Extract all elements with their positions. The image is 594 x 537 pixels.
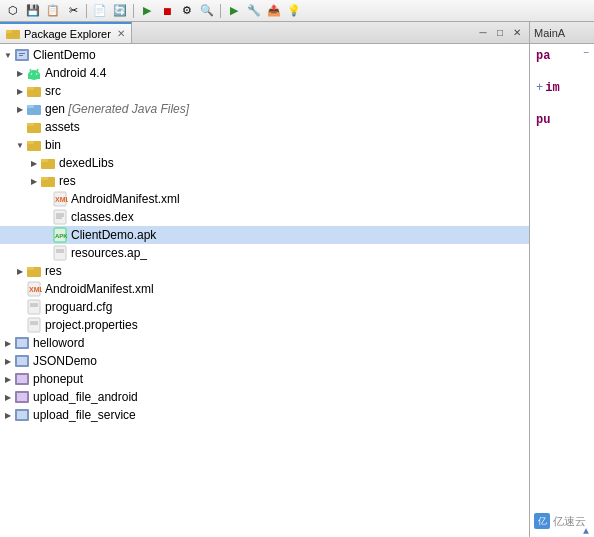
tree-item-bin[interactable]: bin xyxy=(0,136,529,154)
main-layout: Package Explorer ✕ ─ □ ✕ xyxy=(0,22,594,537)
tab-action-maximize[interactable]: □ xyxy=(492,25,508,41)
svg-rect-48 xyxy=(17,357,27,365)
tree-arrow-clientdemo[interactable] xyxy=(2,49,14,61)
tree-item-src[interactable]: src xyxy=(0,82,529,100)
project-icon-phoneput xyxy=(14,371,30,387)
tree-item-clientdemo[interactable]: ClientDemo xyxy=(0,46,529,64)
tab-action-minimize[interactable]: ─ xyxy=(475,25,491,41)
toolbar-btn-debug[interactable]: ▶ xyxy=(225,2,243,20)
tab-bar: Package Explorer ✕ ─ □ ✕ xyxy=(0,22,529,44)
svg-rect-26 xyxy=(54,210,66,224)
tree-item-res[interactable]: res xyxy=(0,262,529,280)
toolbar-btn-build[interactable]: 🔧 xyxy=(245,2,263,20)
editor-tab-bar: MainA xyxy=(530,22,594,44)
tree-label-clientdemo: ClientDemo xyxy=(33,48,96,62)
tree-arrow-src[interactable] xyxy=(14,85,26,97)
toolbar-btn-refresh[interactable]: 🔄 xyxy=(111,2,129,20)
tree-arrow-jsondemo[interactable] xyxy=(2,355,14,367)
tree-arrow-bin[interactable] xyxy=(14,139,26,151)
svg-rect-54 xyxy=(17,411,27,419)
toolbar-sep-1 xyxy=(86,4,87,18)
tree-arrow-upload-file-service[interactable] xyxy=(2,409,14,421)
tree-label-project-props: project.properties xyxy=(45,318,138,332)
tree-item-helloword[interactable]: helloword xyxy=(0,334,529,352)
tree-item-gen[interactable]: gen [Generated Java Files] xyxy=(0,100,529,118)
tree-item-resources-ap[interactable]: resources.ap_ xyxy=(0,244,529,262)
toolbar-btn-export[interactable]: 📤 xyxy=(265,2,283,20)
tree-item-androidmanifest-bin[interactable]: XML AndroidManifest.xml xyxy=(0,190,529,208)
svg-rect-32 xyxy=(54,246,66,260)
tree-arrow-upload-file-android[interactable] xyxy=(2,391,14,403)
toolbar-btn-new[interactable]: 📄 xyxy=(91,2,109,20)
tree-arrow-android44[interactable] xyxy=(14,67,26,79)
tree-item-classes-dex[interactable]: classes.dex xyxy=(0,208,529,226)
tree-item-jsondemo[interactable]: JSONDemo xyxy=(0,352,529,370)
svg-point-11 xyxy=(36,73,38,75)
watermark-icon: 亿 xyxy=(534,513,550,529)
tree-item-upload-file-service[interactable]: upload_file_service xyxy=(0,406,529,424)
svg-rect-36 xyxy=(27,267,34,270)
svg-rect-7 xyxy=(28,74,40,79)
folder-icon-assets xyxy=(26,119,42,135)
package-explorer-tab[interactable]: Package Explorer ✕ xyxy=(0,22,132,43)
svg-rect-13 xyxy=(27,87,34,90)
folder-icon-src xyxy=(26,83,42,99)
svg-text:XML: XML xyxy=(29,286,42,293)
tree-item-res-bin[interactable]: res xyxy=(0,172,529,190)
tree-item-upload-file-android[interactable]: upload_file_android xyxy=(0,388,529,406)
tab-action-close[interactable]: ✕ xyxy=(509,25,525,41)
tree-arrow-res[interactable] xyxy=(14,265,26,277)
tree-label-dexedlibs: dexedLibs xyxy=(59,156,114,170)
package-explorer-tab-close[interactable]: ✕ xyxy=(117,28,125,39)
file-icon-project-props xyxy=(26,317,42,333)
tree-label-assets: assets xyxy=(45,120,80,134)
tree-arrow-res-bin[interactable] xyxy=(28,175,40,187)
svg-rect-46 xyxy=(17,339,27,347)
toolbar-btn-copy[interactable]: 📋 xyxy=(44,2,62,20)
tree-label-androidmanifest: AndroidManifest.xml xyxy=(45,282,154,296)
toolbar-btn-search[interactable]: 🔍 xyxy=(198,2,216,20)
tree-arrow-helloword[interactable] xyxy=(2,337,14,349)
toolbar-btn-1[interactable]: ⬡ xyxy=(4,2,22,20)
editor-content[interactable]: pa + im pu − ▲ xyxy=(530,44,594,537)
tree-item-clientdemo-apk[interactable]: APK ClientDemo.apk xyxy=(0,226,529,244)
tree-label-helloword: helloword xyxy=(33,336,84,350)
svg-line-8 xyxy=(30,69,31,71)
package-explorer-tree: ClientDemo Android 4.4 xyxy=(0,44,529,537)
toolbar-btn-stop[interactable]: ⏹ xyxy=(158,2,176,20)
file-icon-resources-ap xyxy=(52,245,68,261)
tree-item-proguard[interactable]: proguard.cfg xyxy=(0,298,529,316)
tree-item-android44[interactable]: Android 4.4 xyxy=(0,64,529,82)
tree-item-assets[interactable]: assets xyxy=(0,118,529,136)
toolbar-btn-hint[interactable]: 💡 xyxy=(285,2,303,20)
package-explorer-panel: Package Explorer ✕ ─ □ ✕ xyxy=(0,22,530,537)
tree-label-res: res xyxy=(45,264,62,278)
tree-item-dexedlibs[interactable]: dexedLibs xyxy=(0,154,529,172)
tree-arrow-phoneput[interactable] xyxy=(2,373,14,385)
apk-icon-clientdemo: APK xyxy=(52,227,68,243)
gutter-arrow-up[interactable]: − xyxy=(583,48,589,59)
tree-label-android44: Android 4.4 xyxy=(45,66,106,80)
tree-label-proguard: proguard.cfg xyxy=(45,300,112,314)
tree-item-project-props[interactable]: project.properties xyxy=(0,316,529,334)
toolbar-btn-cut[interactable]: ✂ xyxy=(64,2,82,20)
toolbar-btn-run[interactable]: ▶ xyxy=(138,2,156,20)
tree-label-upload-file-service: upload_file_service xyxy=(33,408,136,422)
tree-arrow-dexedlibs[interactable] xyxy=(28,157,40,169)
code-keyword-pu: pu xyxy=(536,113,550,127)
main-toolbar: ⬡ 💾 📋 ✂ 📄 🔄 ▶ ⏹ ⚙ 🔍 ▶ 🔧 📤 💡 xyxy=(0,0,594,22)
tree-item-phoneput[interactable]: phoneput xyxy=(0,370,529,388)
toolbar-sep-2 xyxy=(133,4,134,18)
toolbar-btn-save[interactable]: 💾 xyxy=(24,2,42,20)
svg-rect-50 xyxy=(17,375,27,383)
tree-label-src: src xyxy=(45,84,61,98)
tree-item-androidmanifest[interactable]: XML AndroidManifest.xml xyxy=(0,280,529,298)
folder-icon-bin xyxy=(26,137,42,153)
svg-rect-39 xyxy=(28,300,40,314)
toolbar-btn-settings[interactable]: ⚙ xyxy=(178,2,196,20)
tree-arrow-gen[interactable] xyxy=(14,103,26,115)
project-icon-upload-file-android xyxy=(14,389,30,405)
project-icon-helloword xyxy=(14,335,30,351)
editor-tab-label[interactable]: MainA xyxy=(534,27,565,39)
tree-label-bin: bin xyxy=(45,138,61,152)
